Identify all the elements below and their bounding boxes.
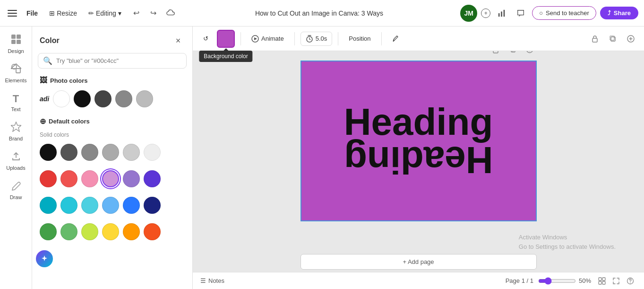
canvas-content[interactable]: Heading Heading [301, 61, 537, 221]
send-icon: ○ [539, 9, 543, 17]
undo-redo-group: ↩ ↪ [129, 6, 178, 21]
resize-button[interactable]: ⊞ Resize [45, 8, 81, 19]
duplicate-button[interactable] [605, 31, 620, 46]
sidebar-icons: Design Elements T Text Brand Uploads [0, 26, 32, 289]
default-colors-icon: ⊕ [40, 117, 46, 126]
sidebar-item-draw[interactable]: Draw [2, 176, 30, 204]
swatch-darkgray[interactable] [60, 144, 77, 161]
view-buttons [596, 275, 636, 287]
swatch-black[interactable] [40, 144, 57, 161]
photo-colors-section: 🖼 Photo colors [32, 74, 192, 88]
color-grid-row2 [32, 168, 192, 195]
editing-button[interactable]: ✏ Editing ▾ [85, 8, 125, 19]
position-button[interactable]: Position [344, 32, 375, 45]
swatch-indigo[interactable] [144, 170, 161, 187]
zoom-controls: 50% [538, 277, 591, 285]
cloud-button[interactable] [163, 6, 178, 21]
swatch-lightblue[interactable] [102, 197, 119, 214]
animate-button[interactable]: Animate [247, 32, 289, 45]
swatch-orange[interactable] [123, 223, 140, 240]
swatch-cyan[interactable] [60, 197, 77, 214]
tools-button[interactable] [387, 32, 404, 45]
canvas-add-button[interactable] [523, 51, 537, 57]
add-element-button[interactable] [623, 31, 638, 46]
swatch-yellow[interactable] [102, 223, 119, 240]
canvas-lock-button[interactable] [489, 51, 503, 57]
lock-button[interactable] [587, 31, 602, 46]
add-page-button[interactable]: + Add page [301, 254, 537, 270]
adi-text: adi [40, 95, 49, 103]
swatch-coral[interactable] [60, 170, 77, 187]
sidebar-item-brand[interactable]: Brand [2, 118, 30, 145]
undo-button[interactable]: ↩ [129, 6, 144, 21]
svg-rect-18 [493, 51, 498, 53]
canvas-copy-button[interactable] [506, 51, 520, 57]
swatch-silver[interactable] [123, 144, 140, 161]
solid-colors-label: Solid colors [32, 130, 192, 142]
chevron-down-icon: ▾ [118, 9, 121, 17]
swatch-blue[interactable] [123, 197, 140, 214]
add-collaborator-button[interactable]: + [481, 9, 490, 18]
swatch-deeporange[interactable] [144, 223, 161, 240]
sidebar-item-text[interactable]: T Text [2, 89, 30, 116]
swatch-gray[interactable] [81, 144, 98, 161]
swatch-lime[interactable] [81, 223, 98, 240]
refresh-button[interactable]: ↺ [198, 32, 213, 45]
analytics-button[interactable] [494, 6, 509, 21]
swatch-lightgray[interactable] [102, 144, 119, 161]
fullscreen-button[interactable] [610, 275, 622, 287]
svg-rect-4 [17, 35, 21, 39]
notes-icon: ☰ [200, 277, 206, 284]
default-colors-section: ⊕ Default colors [32, 115, 192, 130]
zoom-slider[interactable] [538, 277, 576, 285]
menu-icon[interactable] [6, 7, 19, 20]
swatch-lavender[interactable] [102, 170, 119, 187]
color-swatch-darkgray[interactable] [94, 90, 112, 107]
svg-rect-24 [599, 281, 601, 284]
timer-button[interactable]: 5.0s [301, 32, 333, 46]
swatch-darkblue[interactable] [144, 197, 161, 214]
swatch-violet[interactable] [123, 170, 140, 187]
color-swatch-black[interactable] [74, 90, 91, 107]
grid-view-button[interactable] [596, 275, 608, 287]
top-header: File ⊞ Resize ✏ Editing ▾ ↩ ↪ How to Cut… [0, 0, 644, 26]
avatar[interactable]: JM [460, 5, 477, 22]
color-swatch-white[interactable] [53, 90, 70, 107]
background-color-button[interactable] [217, 30, 235, 48]
document-title: How to Cut Out an Image in Canva: 3 Ways [182, 9, 456, 17]
toolbar-divider-1 [240, 32, 241, 45]
swatch-red[interactable] [40, 170, 57, 187]
notes-button[interactable]: ☰ Notes [200, 277, 224, 284]
color-swatch-lightgray[interactable] [136, 90, 153, 107]
sidebar-item-uploads[interactable]: Uploads [2, 147, 30, 175]
sidebar-label-elements: Elements [5, 78, 27, 83]
comments-button[interactable] [513, 6, 528, 21]
svg-rect-6 [17, 40, 21, 44]
help-button[interactable] [624, 275, 636, 287]
sidebar-item-elements[interactable]: Elements [2, 60, 30, 87]
color-search-input[interactable] [56, 57, 181, 64]
header-right: JM + ○ Send to teacher ⤴ Share [460, 5, 638, 22]
swatch-lightgreen[interactable] [60, 223, 77, 240]
heading-text-normal: Heading [344, 103, 493, 141]
file-button[interactable]: File [23, 8, 42, 19]
sidebar-item-design[interactable]: Design [2, 30, 30, 58]
swatch-pink[interactable] [81, 170, 98, 187]
swatch-lightcyan[interactable] [81, 197, 98, 214]
canvas-scroll[interactable]: Heading Heading [193, 51, 644, 251]
redo-button[interactable]: ↪ [146, 6, 161, 21]
sidebar-label-draw: Draw [10, 194, 22, 200]
send-to-teacher-button[interactable]: ○ Send to teacher [532, 6, 596, 20]
pencil-icon: ✏ [88, 9, 94, 17]
swatch-teal[interactable] [40, 197, 57, 214]
color-swatch-medgray[interactable] [115, 90, 132, 107]
swatch-white[interactable] [144, 144, 161, 161]
elements-icon [11, 63, 21, 76]
color-panel-close-button[interactable]: × [172, 34, 185, 47]
page-info: Page 1 / 1 50% [506, 275, 636, 287]
swatch-green[interactable] [40, 223, 57, 240]
svg-rect-23 [602, 278, 605, 280]
share-button[interactable]: ⤴ Share [600, 7, 638, 19]
svg-marker-12 [254, 37, 257, 40]
magic-assistant-button[interactable] [36, 250, 53, 267]
